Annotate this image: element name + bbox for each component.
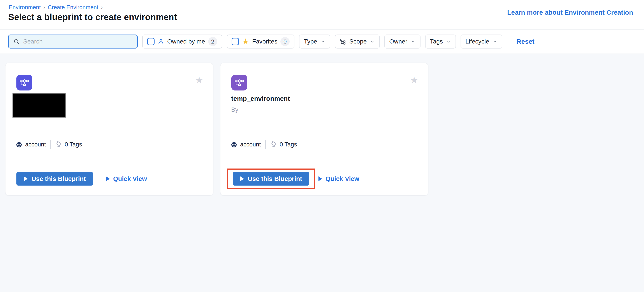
blueprint-icon [16, 75, 32, 91]
page-header: Environment › Create Environment › Selec… [0, 0, 644, 29]
filter-bar: Owned by me 2 ★ Favorites 0 Type Scope O… [0, 29, 644, 54]
star-icon: ★ [242, 38, 249, 45]
use-blueprint-label: Use this Blueprint [248, 175, 302, 182]
chevron-down-icon [370, 39, 375, 44]
card-actions: Use this Blueprint Quick View [227, 168, 359, 189]
space-name: account [240, 141, 261, 148]
space-icon [16, 141, 22, 148]
favorite-star-icon[interactable]: ★ [410, 76, 418, 85]
quick-view-label: Quick View [326, 175, 359, 182]
favorites-checkbox[interactable] [232, 38, 239, 45]
breadcrumb-separator: › [43, 4, 45, 10]
breadcrumb-environment[interactable]: Environment [9, 4, 41, 11]
breadcrumb-create-environment[interactable]: Create Environment [48, 4, 98, 11]
use-blueprint-label: Use this Blueprint [32, 175, 86, 182]
quick-view-link[interactable]: Quick View [106, 175, 147, 182]
play-icon [240, 176, 244, 181]
person-icon [158, 38, 164, 45]
blueprint-card: ★ temp_environment By account 0 Tags [220, 63, 428, 196]
tags-dropdown[interactable]: Tags [425, 34, 456, 48]
play-icon [318, 176, 322, 181]
blueprint-icon [232, 75, 247, 91]
chevron-down-icon [320, 39, 326, 44]
search-icon [13, 38, 20, 45]
quick-view-link[interactable]: Quick View [318, 175, 359, 182]
type-dropdown-label: Type [304, 38, 317, 45]
favorites-count: 0 [280, 37, 290, 46]
lifecycle-dropdown-label: Lifecycle [466, 38, 489, 45]
blueprint-name: temp_environment [231, 95, 290, 102]
use-blueprint-button[interactable]: Use this Blueprint [16, 172, 93, 186]
meta-divider [50, 140, 51, 149]
blueprint-meta: account 0 Tags [16, 140, 82, 149]
owned-by-me-count: 2 [208, 37, 217, 46]
blueprint-card: ★ account 0 Tags [5, 63, 213, 196]
blueprint-meta: account 0 Tags [230, 140, 297, 149]
meta-divider [265, 140, 266, 149]
learn-more-link[interactable]: Learn more about Environment Creation [507, 9, 633, 16]
card-actions: Use this Blueprint Quick View [16, 172, 147, 186]
scope-icon [340, 38, 346, 45]
blueprint-author: By [231, 106, 238, 113]
tags-count: 0 Tags [280, 141, 297, 148]
use-blueprint-button[interactable]: Use this Blueprint [233, 172, 309, 186]
lifecycle-dropdown[interactable]: Lifecycle [460, 34, 502, 48]
favorites-filter[interactable]: ★ Favorites 0 [227, 34, 294, 48]
owned-by-me-filter[interactable]: Owned by me 2 [142, 34, 222, 48]
redacted-blueprint-name [13, 94, 66, 117]
scope-dropdown[interactable]: Scope [335, 34, 380, 48]
blueprint-list: ★ account 0 Tags [0, 54, 644, 292]
chevron-down-icon [446, 39, 451, 44]
space-name: account [25, 141, 46, 148]
tag-icon [55, 141, 62, 148]
breadcrumb-separator: › [101, 4, 103, 10]
play-icon [106, 176, 110, 181]
play-icon [24, 176, 28, 181]
quick-view-label: Quick View [113, 175, 147, 182]
space-icon [230, 141, 238, 148]
search-box [8, 34, 138, 48]
chevron-down-icon [492, 39, 498, 44]
scope-dropdown-label: Scope [349, 38, 367, 45]
owned-by-me-label: Owned by me [167, 38, 205, 45]
tags-dropdown-label: Tags [430, 38, 443, 45]
favorites-label: Favorites [252, 38, 277, 45]
owned-by-me-checkbox[interactable] [147, 38, 154, 45]
favorite-star-icon[interactable]: ★ [195, 76, 203, 85]
reset-filters-button[interactable]: Reset [516, 38, 534, 45]
breadcrumb: Environment › Create Environment › [9, 4, 103, 11]
annotation-highlight-box: Use this Blueprint [227, 168, 315, 189]
type-dropdown[interactable]: Type [299, 34, 330, 48]
owner-dropdown[interactable]: Owner [384, 34, 420, 48]
chevron-down-icon [410, 39, 416, 44]
page-title: Select a blueprint to create environment [8, 12, 177, 22]
owner-dropdown-label: Owner [389, 38, 407, 45]
tag-icon [270, 141, 277, 148]
search-input[interactable] [23, 38, 129, 45]
tags-count: 0 Tags [65, 141, 82, 148]
